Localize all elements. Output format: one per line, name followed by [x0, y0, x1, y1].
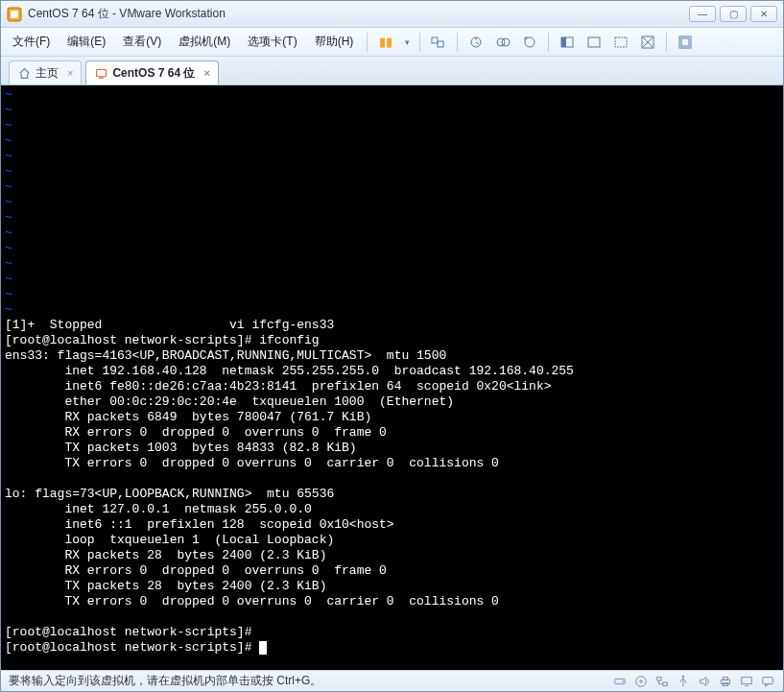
fullscreen-icon[interactable]: [555, 31, 580, 54]
tab-vm-label: CentOS 7 64 位: [112, 65, 195, 82]
status-hint: 要将输入定向到该虚拟机，请在虚拟机内部单击或按 Ctrl+G。: [9, 673, 321, 689]
svg-rect-25: [723, 677, 727, 680]
tabbar: 主页 × CentOS 7 64 位 ×: [1, 57, 783, 85]
svg-rect-11: [615, 37, 627, 47]
maximize-button[interactable]: ▢: [720, 6, 747, 22]
sound-icon[interactable]: [697, 674, 712, 689]
snapshot-icon[interactable]: [463, 31, 488, 54]
usb-icon[interactable]: [676, 674, 691, 689]
terminal-cursor: [259, 641, 267, 655]
separator: [419, 33, 420, 52]
hard-disk-icon[interactable]: [612, 674, 628, 689]
menu-tabs[interactable]: 选项卡(T): [240, 30, 304, 54]
svg-rect-15: [97, 69, 107, 76]
svg-point-6: [502, 38, 510, 46]
svg-rect-2: [432, 37, 438, 43]
vim-tilde-lines: ~ ~ ~ ~ ~ ~ ~ ~ ~ ~ ~ ~ ~ ~ ~: [5, 87, 12, 317]
revert-snapshot-icon[interactable]: [517, 31, 542, 54]
terminal-viewport[interactable]: ~ ~ ~ ~ ~ ~ ~ ~ ~ ~ ~ ~ ~ ~ ~ [1]+ Stopp…: [1, 85, 783, 670]
pause-button[interactable]: ▮▮: [373, 31, 398, 54]
statusbar: 要将输入定向到该虚拟机，请在虚拟机内部单击或按 Ctrl+G。: [1, 670, 783, 691]
separator: [457, 33, 458, 52]
menu-view[interactable]: 查看(V): [115, 30, 169, 54]
svg-rect-28: [763, 677, 773, 683]
separator: [548, 33, 549, 52]
window-controls: — ▢ ✕: [689, 6, 777, 22]
power-dropdown-icon[interactable]: ▾: [400, 31, 414, 54]
svg-rect-9: [561, 37, 566, 47]
stretch-icon[interactable]: [635, 31, 660, 54]
menu-edit[interactable]: 编辑(E): [59, 30, 113, 54]
menu-help[interactable]: 帮助(H): [307, 30, 362, 54]
message-icon[interactable]: [760, 674, 775, 689]
tab-home[interactable]: 主页 ×: [9, 60, 82, 84]
library-icon[interactable]: [673, 31, 698, 54]
tab-home-label: 主页: [36, 65, 59, 82]
close-icon[interactable]: ×: [67, 67, 73, 79]
vmware-icon: [7, 7, 22, 22]
svg-rect-3: [438, 41, 443, 47]
svg-point-23: [682, 675, 684, 677]
network-icon[interactable]: [654, 674, 670, 689]
snapshot-manager-icon[interactable]: [490, 31, 515, 54]
send-ctrl-alt-del-icon[interactable]: [426, 31, 451, 54]
vm-icon: [94, 66, 107, 80]
home-icon: [17, 66, 31, 80]
separator: [666, 33, 667, 52]
console-view-icon[interactable]: [608, 31, 633, 54]
svg-point-20: [640, 680, 643, 682]
close-icon[interactable]: ×: [203, 67, 209, 79]
svg-point-19: [636, 676, 647, 686]
menu-file[interactable]: 文件(F): [5, 30, 58, 54]
window-title: CentOS 7 64 位 - VMware Workstation: [28, 6, 689, 22]
separator: [367, 33, 368, 52]
svg-rect-1: [11, 11, 18, 18]
svg-rect-14: [681, 38, 689, 46]
terminal-output: [1]+ Stopped vi ifcfg-ens33 [root@localh…: [5, 318, 574, 655]
svg-rect-10: [588, 37, 600, 47]
menubar: 文件(F) 编辑(E) 查看(V) 虚拟机(M) 选项卡(T) 帮助(H) ▮▮…: [1, 28, 783, 57]
cd-icon[interactable]: [633, 674, 649, 689]
menu-vm[interactable]: 虚拟机(M): [171, 30, 238, 54]
svg-rect-16: [99, 77, 104, 78]
display-icon[interactable]: [739, 674, 754, 689]
svg-rect-21: [657, 677, 661, 680]
svg-rect-22: [663, 681, 667, 685]
minimize-button[interactable]: —: [689, 6, 716, 22]
svg-point-18: [623, 680, 625, 682]
close-button[interactable]: ✕: [750, 6, 777, 22]
tab-vm-centos[interactable]: CentOS 7 64 位 ×: [85, 60, 218, 84]
titlebar: CentOS 7 64 位 - VMware Workstation — ▢ ✕: [1, 1, 783, 28]
printer-icon[interactable]: [718, 674, 733, 689]
svg-rect-27: [742, 677, 752, 683]
unity-icon[interactable]: [582, 31, 606, 54]
